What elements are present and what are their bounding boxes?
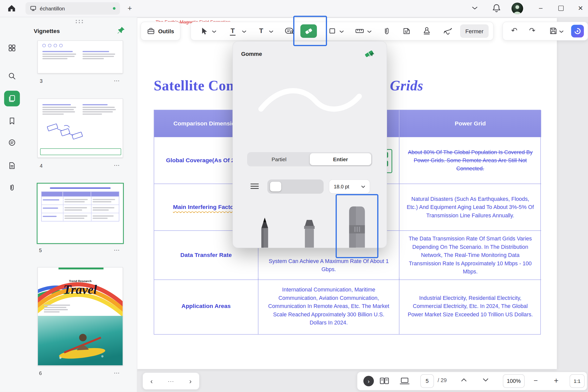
expand-toolbar-button[interactable]: › xyxy=(363,376,374,386)
close-toolbar-button[interactable]: Fermer xyxy=(460,24,489,38)
next-page-button[interactable]: › xyxy=(189,378,192,385)
thumbnail-card-4[interactable] xyxy=(38,99,123,158)
size-dropdown[interactable]: 18.0 pt xyxy=(329,179,370,194)
chevron-down-icon xyxy=(269,30,273,33)
status-pill: › 5 / 29 100% − + 1:1 xyxy=(357,372,587,390)
home-button[interactable] xyxy=(7,3,17,14)
table-row: Application Areas International Communic… xyxy=(154,278,540,334)
actual-size-button[interactable]: 1:1 xyxy=(570,374,585,388)
laptop-icon xyxy=(399,377,410,385)
maximize-icon xyxy=(558,6,564,11)
measure-tool-chevron[interactable] xyxy=(367,30,372,33)
select-tool-chevron[interactable] xyxy=(212,30,216,33)
right-toolbar: ↶ ↷ xyxy=(503,22,588,41)
chevron-down-icon xyxy=(472,6,478,10)
thumbnail-card-3[interactable] xyxy=(38,40,123,73)
zoom-out-button[interactable]: − xyxy=(534,377,538,384)
chevron-down-icon xyxy=(367,30,372,33)
pin-icon xyxy=(117,26,125,35)
prev-page-button[interactable]: ‹ xyxy=(150,378,153,385)
sidebar-item-search[interactable] xyxy=(4,68,20,84)
notifications-button[interactable] xyxy=(492,3,501,13)
thumbnail-menu-3[interactable]: ··· xyxy=(114,78,120,84)
comment-icon xyxy=(8,139,16,147)
tools-button[interactable]: Outils xyxy=(141,22,180,41)
page-number-input[interactable]: 5 xyxy=(420,374,434,388)
mode-full-option[interactable]: Entier xyxy=(310,153,371,165)
sidebar-item-comments[interactable] xyxy=(4,135,20,151)
close-button[interactable]: ✕ xyxy=(575,3,586,13)
edit-text-tool[interactable]: T xyxy=(230,27,236,36)
document-tab[interactable]: échantillon xyxy=(25,2,120,15)
undo-button[interactable]: ↶ xyxy=(511,27,517,34)
zoom-level-button[interactable]: 100% xyxy=(503,374,525,388)
avatar[interactable] xyxy=(512,3,523,14)
ai-swirl-icon xyxy=(574,27,581,35)
pin-panel-button[interactable] xyxy=(117,26,125,37)
thumbnail-menu-5[interactable]: ··· xyxy=(114,247,120,253)
panel-drag-handle[interactable] xyxy=(76,20,84,23)
page-total: / 29 xyxy=(438,377,447,383)
save-chevron[interactable] xyxy=(559,30,564,33)
thumbnail-menu-6[interactable]: ··· xyxy=(114,370,120,376)
size-value: 18.0 pt xyxy=(334,184,349,189)
thumbnail-card-5[interactable] xyxy=(37,183,124,244)
thumbnails-panel: Vignettes 3 ··· xyxy=(24,17,137,392)
zoom-in-button[interactable]: + xyxy=(554,377,559,384)
minimize-button[interactable]: – xyxy=(535,3,546,13)
shape-tool[interactable] xyxy=(329,28,336,34)
highlighter-tool[interactable] xyxy=(300,219,318,248)
collapse-toolbar-button[interactable] xyxy=(472,6,478,10)
thumbnail-menu-4[interactable]: ··· xyxy=(114,162,120,168)
sidebar-item-apps[interactable] xyxy=(4,40,20,56)
signature-tool[interactable] xyxy=(443,27,453,35)
measure-tool[interactable] xyxy=(355,28,364,34)
more-pages-button[interactable]: ··· xyxy=(168,379,174,384)
pencil-tool[interactable] xyxy=(256,217,273,248)
eraser-pin-icon xyxy=(364,48,375,59)
redo-button[interactable]: ↷ xyxy=(529,27,535,34)
attachment-tool[interactable] xyxy=(383,27,391,35)
stamp-tool[interactable] xyxy=(423,27,431,35)
select-tool[interactable] xyxy=(201,27,208,37)
sticker-tool[interactable] xyxy=(403,27,411,35)
maximize-button[interactable] xyxy=(556,3,566,13)
sidebar-item-attachments[interactable] xyxy=(4,180,20,195)
thickness-icon xyxy=(250,183,259,191)
search-text-icon xyxy=(285,27,294,35)
page-up-button[interactable] xyxy=(461,378,467,382)
side-rail xyxy=(0,17,24,392)
presentation-mode-button[interactable] xyxy=(399,377,410,385)
new-tab-button[interactable]: + xyxy=(125,3,135,13)
thumbnail-4-selection xyxy=(40,148,121,155)
add-text-chevron[interactable] xyxy=(269,30,273,33)
ai-assistant-button[interactable] xyxy=(571,25,584,37)
sidebar-item-bookmarks[interactable] xyxy=(4,113,20,129)
signature-icon xyxy=(443,27,453,35)
sidebar-item-brush[interactable] xyxy=(4,389,20,392)
tools-label: Outils xyxy=(158,28,174,34)
thumbnail-card-6[interactable]: Trend Research Travel xyxy=(38,267,123,366)
search-text-tool[interactable] xyxy=(285,27,294,35)
shape-tool-chevron[interactable] xyxy=(339,30,344,33)
sidebar-item-thumbnails[interactable] xyxy=(4,91,20,106)
satellite-sketch xyxy=(45,121,86,144)
save-button[interactable] xyxy=(549,27,557,35)
document-icon xyxy=(8,161,16,170)
eraser-panel-title: Gomme xyxy=(241,51,262,57)
page-down-button[interactable] xyxy=(483,378,489,382)
header-power-grid[interactable]: Power Grid xyxy=(399,110,541,137)
edit-text-chevron[interactable] xyxy=(242,30,246,33)
reading-mode-button[interactable] xyxy=(379,377,390,385)
toolbox-icon xyxy=(147,27,155,35)
eraser-block-selection-box xyxy=(336,194,378,258)
eraser-mode-toggle: Partiel Entier xyxy=(247,152,373,166)
add-text-tool[interactable]: T xyxy=(259,27,263,34)
size-slider-thumb[interactable] xyxy=(270,182,281,191)
home-icon xyxy=(7,3,17,13)
chevron-down-icon xyxy=(212,30,216,33)
pin-eraser-button[interactable] xyxy=(364,48,375,60)
mode-partial-option[interactable]: Partiel xyxy=(248,153,310,165)
search-icon xyxy=(8,72,16,80)
sidebar-item-document[interactable] xyxy=(4,158,20,173)
